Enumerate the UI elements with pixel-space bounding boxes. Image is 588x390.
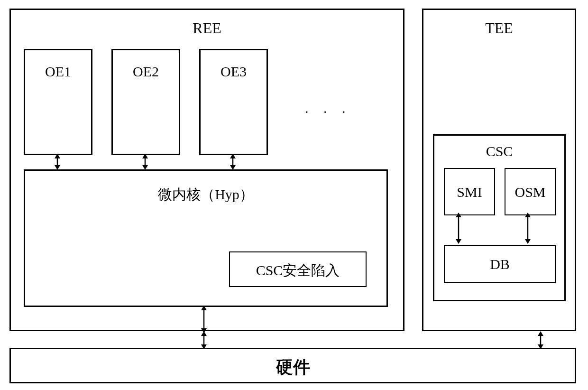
ree-container: REE OE1 OE2 OE3 . . . 微内核（Hyp） CSC安全陷入 bbox=[9, 9, 404, 331]
svg-marker-4 bbox=[142, 154, 148, 158]
arrow-oe1-hyp bbox=[53, 154, 62, 170]
svg-marker-5 bbox=[142, 165, 148, 170]
tee-title: TEE bbox=[423, 19, 575, 37]
svg-marker-13 bbox=[201, 331, 207, 336]
db-box: DB bbox=[444, 245, 556, 283]
svg-marker-19 bbox=[456, 213, 461, 217]
osm-label: OSM bbox=[505, 184, 555, 200]
oe2-box: OE2 bbox=[111, 49, 180, 155]
csc-trap-label: CSC安全陷入 bbox=[230, 261, 366, 280]
svg-marker-10 bbox=[201, 306, 207, 310]
arrow-osm-db bbox=[523, 213, 533, 244]
svg-marker-7 bbox=[230, 154, 236, 158]
ree-title: REE bbox=[11, 19, 403, 37]
oe3-box: OE3 bbox=[199, 49, 268, 155]
oe-ellipsis: . . . bbox=[305, 100, 351, 116]
oe1-label: OE1 bbox=[25, 64, 91, 80]
arrow-oe3-hyp bbox=[228, 154, 238, 170]
svg-marker-14 bbox=[201, 344, 207, 349]
svg-marker-17 bbox=[538, 344, 543, 349]
hyp-box: 微内核（Hyp） CSC安全陷入 bbox=[24, 169, 388, 307]
tee-container: TEE CSC SMI OSM DB bbox=[422, 9, 576, 331]
oe3-label: OE3 bbox=[201, 64, 266, 80]
hardware-box: 硬件 bbox=[9, 348, 576, 383]
csc-trap-box: CSC安全陷入 bbox=[229, 251, 367, 287]
svg-marker-22 bbox=[525, 213, 531, 217]
arrow-hyp-ree bbox=[199, 306, 209, 333]
arrow-tee-hardware bbox=[536, 331, 545, 349]
svg-marker-16 bbox=[538, 331, 543, 336]
smi-label: SMI bbox=[445, 184, 494, 200]
oe1-box: OE1 bbox=[24, 49, 92, 155]
oe2-label: OE2 bbox=[113, 64, 179, 80]
svg-marker-2 bbox=[55, 165, 60, 170]
arrow-smi-db bbox=[454, 213, 463, 244]
arrow-ree-hardware bbox=[199, 331, 209, 349]
csc-label: CSC bbox=[434, 143, 564, 159]
svg-marker-20 bbox=[456, 239, 461, 244]
arrow-oe2-hyp bbox=[140, 154, 150, 170]
db-label: DB bbox=[445, 256, 555, 272]
svg-marker-23 bbox=[525, 239, 531, 244]
svg-marker-1 bbox=[55, 154, 60, 158]
osm-box: OSM bbox=[505, 168, 556, 215]
csc-box: CSC SMI OSM DB bbox=[433, 134, 566, 301]
smi-box: SMI bbox=[444, 168, 495, 215]
hardware-label: 硬件 bbox=[11, 356, 575, 379]
svg-marker-8 bbox=[230, 165, 236, 170]
hyp-label: 微内核（Hyp） bbox=[25, 185, 386, 204]
